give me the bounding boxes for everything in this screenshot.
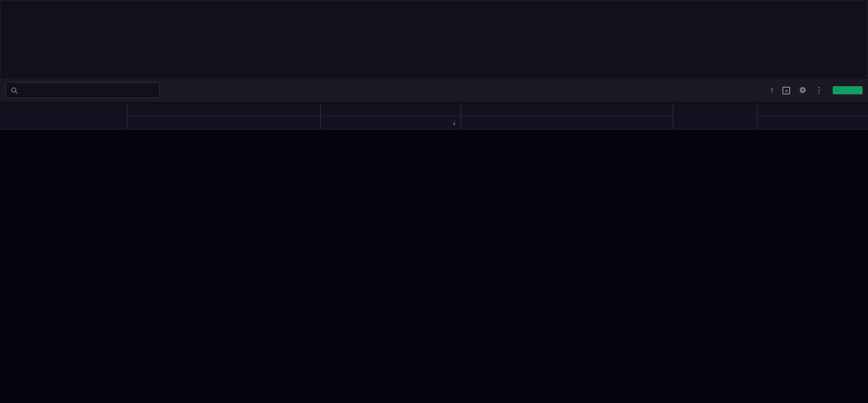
col-high[interactable] xyxy=(707,103,732,129)
search-box[interactable] xyxy=(5,82,160,98)
sort-desc-icon: ↓ xyxy=(453,119,456,126)
stock-trading-board: ↑ x ⚙ ⋮ xyxy=(0,0,868,130)
col-total-volume[interactable] xyxy=(673,103,707,129)
col-change[interactable] xyxy=(391,116,427,129)
col-match-vol[interactable] xyxy=(356,116,391,129)
col-sell-vol2[interactable] xyxy=(567,116,602,129)
col-sell-vol1[interactable] xyxy=(496,116,532,129)
upload-icon[interactable]: ↑ xyxy=(770,86,774,94)
price-board: ↓ xyxy=(0,103,868,130)
col-sell-price1[interactable] xyxy=(461,116,496,129)
export-icon[interactable]: x xyxy=(783,87,790,94)
col-buy-vol1[interactable] xyxy=(285,116,321,129)
group-match xyxy=(321,103,461,116)
col-foreign-buy[interactable] xyxy=(757,116,790,129)
col-foreign-sell[interactable] xyxy=(790,116,822,129)
board-toolbar: ↑ x ⚙ ⋮ xyxy=(0,78,868,103)
col-ck[interactable] xyxy=(9,103,41,129)
toolbar-icons: ↑ x ⚙ ⋮ xyxy=(770,86,823,94)
col-sell-vol3[interactable] xyxy=(637,116,673,129)
group-buy xyxy=(127,103,321,116)
col-floor[interactable] xyxy=(71,103,99,129)
place-order-button[interactable] xyxy=(833,86,863,94)
settings-icon[interactable]: ⚙ xyxy=(799,86,806,94)
col-room[interactable] xyxy=(822,116,868,129)
search-input[interactable] xyxy=(22,86,155,94)
board-header: ↓ xyxy=(0,103,868,130)
col-ceiling[interactable] xyxy=(41,103,71,129)
col-buy-price3[interactable] xyxy=(127,116,157,129)
col-buy-vol3[interactable] xyxy=(157,116,192,129)
col-buy-price2[interactable] xyxy=(192,116,221,129)
pin-column-header xyxy=(0,103,9,129)
col-sell-price3[interactable] xyxy=(602,116,637,129)
col-match-price[interactable] xyxy=(321,116,356,129)
index-summary-table xyxy=(0,0,868,77)
group-sell xyxy=(461,103,673,116)
more-options-icon[interactable]: ⋮ xyxy=(815,86,823,94)
group-foreign xyxy=(757,103,868,116)
col-buy-vol2[interactable] xyxy=(221,116,256,129)
col-low[interactable] xyxy=(732,103,757,129)
col-change-percent[interactable]: ↓ xyxy=(427,116,461,129)
market-overview xyxy=(0,0,868,78)
col-sell-price2[interactable] xyxy=(532,116,567,129)
col-reference[interactable] xyxy=(99,103,127,129)
search-icon xyxy=(11,87,18,94)
col-buy-price1[interactable] xyxy=(256,116,285,129)
